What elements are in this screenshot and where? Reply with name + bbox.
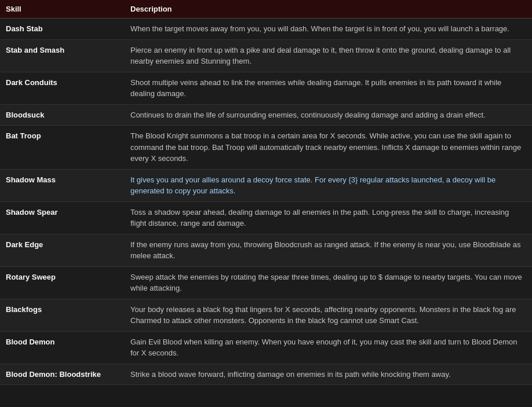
main-container: Skill Description Dash StabWhen the targ… (0, 0, 532, 407)
table-header-row: Skill Description (0, 0, 532, 19)
skill-name: Blood Demon: Bloodstrike (0, 364, 125, 385)
skill-description: The Blood Knight summons a bat troop in … (125, 126, 532, 170)
skill-description: Gain Evil Blood when killing an enemy. W… (125, 331, 532, 364)
skill-name: Dark Edge (0, 234, 125, 266)
skill-description: It gives you and your allies around a de… (125, 169, 532, 201)
header-skill: Skill (0, 0, 125, 19)
table-row: BlackfogsYour body releases a black fog … (0, 299, 532, 331)
table-row: Shadow MassIt gives you and your allies … (0, 169, 532, 201)
table-row: Dark EdgeIf the enemy runs away from you… (0, 234, 532, 266)
table-row: BloodsuckContinues to drain the life of … (0, 104, 532, 126)
table-row: Stab and SmashPierce an enemy in front u… (0, 39, 532, 72)
skill-description: Pierce an enemy in front up with a pike … (125, 39, 532, 72)
skill-description: Sweep attack the enemies by rotating the… (125, 266, 532, 299)
skill-name: Stab and Smash (0, 39, 125, 72)
skill-name: Blood Demon (0, 331, 125, 364)
table-row: Bat TroopThe Blood Knight summons a bat … (0, 126, 532, 170)
skill-name: Bloodsuck (0, 104, 125, 126)
skill-description: Strike a blood wave forward, inflicting … (125, 364, 532, 385)
skill-description: Your body releases a black fog that ling… (125, 299, 532, 331)
table-row: Blood Demon: BloodstrikeStrike a blood w… (0, 364, 532, 385)
skill-description: If the enemy runs away from you, throwin… (125, 234, 532, 266)
table-row: Shadow SpearToss a shadow spear ahead, d… (0, 201, 532, 234)
table-row: Dark ConduitsShoot multiple veins ahead … (0, 72, 532, 104)
skill-description: Toss a shadow spear ahead, dealing damag… (125, 201, 532, 234)
skill-description: Continues to drain the life of surroundi… (125, 104, 532, 126)
skill-description: Shoot multiple veins ahead to link the e… (125, 72, 532, 104)
skill-description: When the target moves away from you, you… (125, 19, 532, 40)
skill-name: Shadow Spear (0, 201, 125, 234)
skills-table: Skill Description Dash StabWhen the targ… (0, 0, 532, 385)
skill-name: Dash Stab (0, 19, 125, 40)
table-row: Rotary SweepSweep attack the enemies by … (0, 266, 532, 299)
table-row: Blood DemonGain Evil Blood when killing … (0, 331, 532, 364)
skill-name: Bat Troop (0, 126, 125, 170)
header-description: Description (125, 0, 532, 19)
table-row: Dash StabWhen the target moves away from… (0, 19, 532, 40)
skill-name: Dark Conduits (0, 72, 125, 104)
skill-name: Rotary Sweep (0, 266, 125, 299)
skill-name: Shadow Mass (0, 169, 125, 201)
skill-name: Blackfogs (0, 299, 125, 331)
